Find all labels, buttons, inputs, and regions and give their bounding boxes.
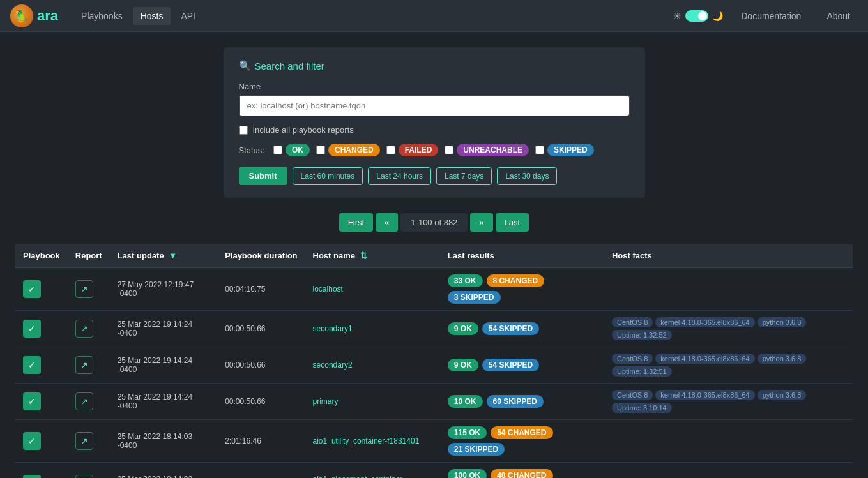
col-host-facts: Host facts xyxy=(604,244,853,267)
page-info: 1-100 of 882 xyxy=(400,213,468,232)
host-name-link[interactable]: primary xyxy=(313,397,339,406)
time-60min-button[interactable]: Last 60 minutes xyxy=(293,167,363,185)
status-skipped-badge: SKIPPED xyxy=(547,144,594,156)
prev-page-button[interactable]: « xyxy=(376,213,398,232)
result-badge: 3 SKIPPED xyxy=(448,291,501,304)
nav-api[interactable]: API xyxy=(173,7,203,25)
sun-icon: ☀ xyxy=(673,11,681,21)
result-badge: 33 OK xyxy=(448,274,483,287)
result-badge: 60 SKIPPED xyxy=(487,395,544,408)
nav-hosts[interactable]: Hosts xyxy=(133,7,171,25)
time-7day-button[interactable]: Last 7 days xyxy=(436,167,492,185)
last-results: 9 OK54 SKIPPED xyxy=(440,347,604,384)
status-skipped-checkbox[interactable] xyxy=(535,146,544,154)
result-badge: 9 OK xyxy=(448,322,478,335)
first-page-button[interactable]: First xyxy=(339,213,373,232)
last-results: 115 OK54 CHANGED21 SKIPPED xyxy=(440,420,604,463)
nav-playbooks[interactable]: Playbooks xyxy=(73,7,130,25)
report-icon[interactable]: ↗ xyxy=(75,356,93,374)
col-host-name[interactable]: Host name ⇅ xyxy=(305,244,440,267)
last-update: 25 Mar 2022 18:14:03 -0400 xyxy=(110,463,217,479)
report-icon[interactable]: ↗ xyxy=(75,392,93,410)
status-label: Status: xyxy=(239,146,264,155)
fact-tag: Uptime: 1:32:51 xyxy=(612,366,672,377)
col-last-results: Last results xyxy=(440,244,604,267)
result-badge: 115 OK xyxy=(448,426,487,439)
host-facts: CentOS 8kernel 4.18.0-365.el8x86_64pytho… xyxy=(604,347,853,384)
nav-links: Playbooks Hosts API xyxy=(73,7,203,25)
nav-documentation[interactable]: Documentation xyxy=(733,7,809,25)
host-name-link[interactable]: localhost xyxy=(313,285,343,294)
result-badge: 54 SKIPPED xyxy=(482,322,539,335)
playbook-duration: 00:00:50.66 xyxy=(217,347,305,384)
playbook-status-icon[interactable]: ✓ xyxy=(23,475,41,478)
next-page-button[interactable]: » xyxy=(470,213,492,232)
playbook-status-icon[interactable]: ✓ xyxy=(23,280,41,298)
host-facts xyxy=(604,463,853,479)
status-unreachable-badge: UNREACHABLE xyxy=(457,144,529,156)
report-icon[interactable]: ↗ xyxy=(75,432,93,450)
hosts-table: Playbook Report Last update ▼ Playbook d… xyxy=(15,244,853,478)
fact-tag: kernel 4.18.0-365.el8x86_64 xyxy=(655,390,754,400)
name-label: Name xyxy=(239,82,630,91)
playbook-status-icon[interactable]: ✓ xyxy=(23,356,41,374)
search-panel-title: 🔍 Search and filter xyxy=(239,60,630,71)
result-badge: 21 SKIPPED xyxy=(448,443,505,456)
status-ok-checkbox[interactable] xyxy=(273,146,282,154)
main-content: 🔍 Search and filter Name Include all pla… xyxy=(0,32,868,478)
search-input[interactable] xyxy=(239,95,630,116)
report-icon[interactable]: ↗ xyxy=(75,320,93,338)
fact-tag: kernel 4.18.0-365.el8x86_64 xyxy=(655,317,754,327)
submit-button[interactable]: Submit xyxy=(239,167,287,185)
nav-right: ☀ 🌙 Documentation About xyxy=(673,7,858,25)
status-changed-checkbox[interactable] xyxy=(316,146,325,154)
host-name-link[interactable]: aio1_utility_container-f1831401 xyxy=(313,437,420,445)
last-page-button[interactable]: Last xyxy=(496,213,529,232)
result-badge: 10 OK xyxy=(448,395,483,408)
time-24hr-button[interactable]: Last 24 hours xyxy=(368,167,431,185)
include-checkbox[interactable] xyxy=(239,126,248,135)
fact-tag: python 3.6.8 xyxy=(758,390,807,400)
fact-tag: Uptime: 1:32:52 xyxy=(612,330,672,340)
playbook-status-icon[interactable]: ✓ xyxy=(23,320,41,338)
host-name-link[interactable]: secondary2 xyxy=(313,361,353,370)
table-row: ✓↗25 Mar 2022 19:14:24 -040000:00:50.66s… xyxy=(15,347,853,384)
report-icon[interactable]: ↗ xyxy=(75,475,93,478)
last-update: 25 Mar 2022 19:14:24 -0400 xyxy=(110,384,217,420)
host-name-link[interactable]: secondary1 xyxy=(313,324,353,333)
status-ok-badge: OK xyxy=(286,144,310,156)
last-update: 25 Mar 2022 19:14:24 -0400 xyxy=(110,347,217,384)
status-changed-badge: CHANGED xyxy=(328,144,380,156)
host-name-link[interactable]: aio1_placement_container-6ba4f8d1 xyxy=(313,475,406,478)
logo-text: ara xyxy=(37,8,58,24)
report-icon[interactable]: ↗ xyxy=(75,280,93,298)
playbook-status-icon[interactable]: ✓ xyxy=(23,392,41,410)
last-results: 9 OK54 SKIPPED xyxy=(440,311,604,347)
toggle-knob xyxy=(698,11,707,20)
moon-icon: 🌙 xyxy=(712,11,723,21)
table-row: ✓↗27 May 2022 12:19:47 -040000:04:16.75l… xyxy=(15,267,853,311)
status-failed-badge: FAILED xyxy=(399,144,439,156)
actions-row: Submit Last 60 minutes Last 24 hours Las… xyxy=(239,167,630,185)
playbook-status-icon[interactable]: ✓ xyxy=(23,432,41,450)
status-failed-checkbox[interactable] xyxy=(386,146,395,154)
nav-about[interactable]: About xyxy=(819,7,858,25)
col-last-update[interactable]: Last update ▼ xyxy=(110,244,217,267)
playbook-duration: 2:01:16.46 xyxy=(217,463,305,479)
host-facts: CentOS 8kernel 4.18.0-365.el8x86_64pytho… xyxy=(604,384,853,420)
host-facts xyxy=(604,267,853,311)
fact-tag: Uptime: 3:10:14 xyxy=(612,403,672,413)
theme-switch[interactable] xyxy=(685,10,708,22)
time-30day-button[interactable]: Last 30 days xyxy=(497,167,557,185)
theme-toggle: ☀ 🌙 xyxy=(673,10,723,22)
playbook-duration: 00:00:50.66 xyxy=(217,311,305,347)
status-skipped: SKIPPED xyxy=(535,144,594,156)
last-update: 25 Mar 2022 19:14:24 -0400 xyxy=(110,311,217,347)
logo[interactable]: 🦜 ara xyxy=(10,4,58,27)
result-badge: 54 SKIPPED xyxy=(482,359,539,371)
table-row: ✓↗25 Mar 2022 19:14:24 -040000:00:50.66p… xyxy=(15,384,853,420)
table-row: ✓↗25 Mar 2022 19:14:24 -040000:00:50.66s… xyxy=(15,311,853,347)
logo-icon: 🦜 xyxy=(10,4,33,27)
table-row: ✓↗25 Mar 2022 18:14:03 -04002:01:16.46ai… xyxy=(15,420,853,463)
status-unreachable-checkbox[interactable] xyxy=(445,146,453,154)
